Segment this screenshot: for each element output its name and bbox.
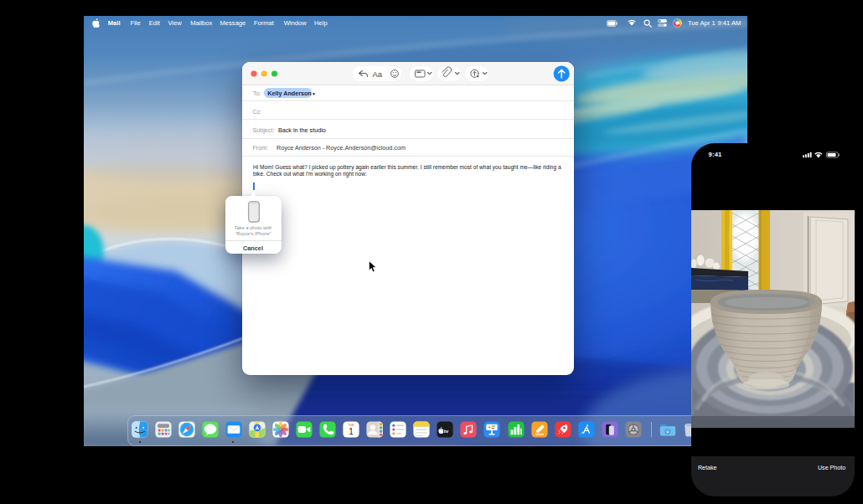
svg-text:tv: tv	[444, 428, 449, 434]
svg-text:Aa: Aa	[373, 69, 383, 78]
svg-text:1: 1	[349, 427, 354, 436]
